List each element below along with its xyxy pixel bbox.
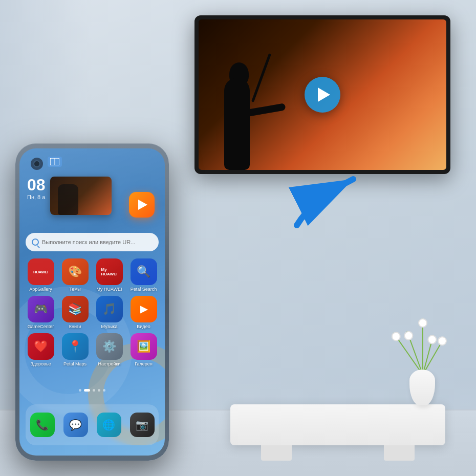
app-icon-books: 📚 bbox=[62, 296, 89, 322]
app-label-music: Музыка bbox=[101, 324, 118, 329]
app-icon-music: 🎵 bbox=[96, 296, 123, 322]
appgallery-logo: HUAWEI bbox=[33, 270, 48, 274]
flower bbox=[436, 335, 449, 348]
app-label-books: Книги bbox=[69, 324, 81, 329]
app-icon-video: ▶ bbox=[131, 296, 157, 322]
app-label-themes: Темы bbox=[69, 287, 81, 292]
app-item-myhuawei[interactable]: MyHUAWEI My HUAWEI bbox=[94, 258, 124, 292]
flower bbox=[403, 330, 415, 341]
app-icon-appgallery: HUAWEI bbox=[28, 258, 54, 285]
plant-stem bbox=[422, 318, 423, 375]
app-label-myhuawei: My HUAWEI bbox=[96, 287, 122, 292]
gamecenter-icon-sym: 🎮 bbox=[34, 302, 48, 316]
plant-stems bbox=[397, 313, 448, 375]
mirror-icon-svg bbox=[50, 158, 59, 165]
tv-screen bbox=[199, 19, 446, 170]
app-label-settings: Настройки bbox=[98, 361, 120, 366]
app-item-health[interactable]: ❤️ Здоровье bbox=[26, 333, 56, 366]
silhouette-arm bbox=[244, 103, 286, 117]
tv-video-content bbox=[199, 19, 446, 170]
flower bbox=[426, 334, 438, 345]
app-label-petalmaps: Petal Maps bbox=[63, 361, 86, 366]
myhuawei-icon-sym: MyHUAWEI bbox=[101, 267, 118, 276]
app-item-petalmaps[interactable]: 📍 Petal Maps bbox=[60, 333, 90, 366]
app-item-themes[interactable]: 🎨 Темы bbox=[60, 258, 90, 292]
app-item-video[interactable]: ▶ Видео bbox=[128, 296, 159, 329]
search-icon bbox=[32, 239, 39, 246]
video-app-play-icon bbox=[138, 200, 147, 210]
clock-date: Пн, 8 а bbox=[27, 194, 46, 200]
phone: 08 Пн, 8 а Выполните поиск или введите U… bbox=[15, 143, 169, 461]
app-label-petalsearch: Petal Search bbox=[131, 287, 157, 292]
tv-stand-legs bbox=[261, 445, 415, 461]
messages-icon-sym: 💬 bbox=[69, 419, 82, 431]
app-icon-myhuawei: MyHUAWEI bbox=[96, 258, 123, 285]
phone-camera-lens bbox=[33, 160, 40, 167]
search-placeholder: Выполните поиск или введите UR... bbox=[42, 239, 135, 245]
app-label-video: Видео bbox=[137, 324, 150, 329]
tv-stand-leg-right bbox=[384, 445, 415, 461]
vase-container bbox=[409, 370, 435, 405]
silhouette-body bbox=[224, 78, 250, 170]
phone-dock: 📞 💬 🌐 📷 bbox=[26, 404, 159, 445]
phone-video-thumbnail[interactable] bbox=[50, 177, 112, 215]
phone-clock: 08 Пн, 8 а bbox=[27, 177, 46, 200]
tv bbox=[194, 15, 450, 174]
violin-player-silhouette bbox=[214, 57, 275, 170]
clock-time: 08 bbox=[27, 177, 46, 193]
themes-icon-sym: 🎨 bbox=[68, 265, 82, 278]
phone-screen: 08 Пн, 8 а Выполните поиск или введите U… bbox=[19, 148, 165, 456]
dock-camera-app[interactable]: 📷 bbox=[130, 413, 155, 437]
app-icon-settings: ⚙️ bbox=[96, 333, 123, 360]
health-icon-sym: ❤️ bbox=[34, 340, 48, 353]
browser-icon-sym: 🌐 bbox=[102, 419, 115, 431]
app-label-gamecenter: GameCenter bbox=[28, 324, 54, 329]
app-icon-petalsearch: 🔍 bbox=[131, 258, 157, 285]
camera-icon-sym: 📷 bbox=[136, 419, 148, 431]
phone-icon-sym: 📞 bbox=[36, 419, 49, 431]
app-item-petalsearch[interactable]: 🔍 Petal Search bbox=[128, 258, 159, 292]
app-label-appgallery: AppGallery bbox=[29, 287, 52, 292]
app-item-music[interactable]: 🎵 Музыка bbox=[94, 296, 124, 329]
dock-phone-app[interactable]: 📞 bbox=[30, 413, 55, 437]
app-item-books[interactable]: 📚 Книги bbox=[60, 296, 90, 329]
app-icon-themes: 🎨 bbox=[62, 258, 89, 285]
screen-mirror-icon[interactable] bbox=[48, 157, 62, 167]
silhouette-bow bbox=[251, 53, 271, 102]
app-label-health: Здоровье bbox=[30, 361, 51, 366]
music-icon-sym: 🎵 bbox=[102, 302, 116, 316]
play-triangle-icon bbox=[318, 88, 330, 102]
flower bbox=[418, 318, 427, 328]
arrow-svg bbox=[282, 169, 374, 230]
app-item-settings[interactable]: ⚙️ Настройки bbox=[94, 333, 124, 366]
petalsearch-icon-sym: 🔍 bbox=[137, 265, 150, 278]
video-icon-sym: ▶ bbox=[140, 304, 147, 315]
plant-stem bbox=[422, 335, 434, 375]
app-icon-gamecenter: 🎮 bbox=[28, 296, 54, 322]
app-item-gamecenter[interactable]: 🎮 GameCenter bbox=[26, 296, 56, 329]
dock-browser-app[interactable]: 🌐 bbox=[97, 413, 121, 437]
page-dot bbox=[93, 389, 95, 392]
dock-messages-app[interactable]: 💬 bbox=[63, 413, 88, 437]
app-grid: HUAWEI AppGallery 🎨 Темы MyHUAWEI My HUA… bbox=[26, 258, 159, 366]
tv-play-button[interactable] bbox=[305, 77, 340, 113]
page-indicator-dots bbox=[79, 389, 105, 392]
app-icon-petalmaps: 📍 bbox=[62, 333, 89, 360]
page-dot bbox=[98, 389, 100, 392]
thumb-silhouette bbox=[58, 184, 78, 215]
page-dot bbox=[103, 389, 105, 392]
app-icon-gallery: 🖼️ bbox=[131, 333, 157, 360]
phone-camera bbox=[31, 158, 43, 170]
phone-search-bar[interactable]: Выполните поиск или введите UR... bbox=[26, 233, 159, 251]
page-dot-active bbox=[84, 389, 90, 392]
video-app-icon[interactable] bbox=[129, 192, 155, 218]
app-item-appgallery[interactable]: HUAWEI AppGallery bbox=[26, 258, 56, 292]
app-label-gallery: Галерея bbox=[135, 361, 153, 366]
settings-icon-sym: ⚙️ bbox=[102, 340, 116, 353]
gallery-icon-sym: 🖼️ bbox=[137, 340, 150, 353]
books-icon-sym: 📚 bbox=[68, 302, 82, 316]
petalmaps-icon-sym: 📍 bbox=[68, 340, 82, 353]
app-item-gallery[interactable]: 🖼️ Галерея bbox=[128, 333, 159, 366]
vase bbox=[409, 370, 435, 405]
app-icon-health: ❤️ bbox=[28, 333, 54, 360]
